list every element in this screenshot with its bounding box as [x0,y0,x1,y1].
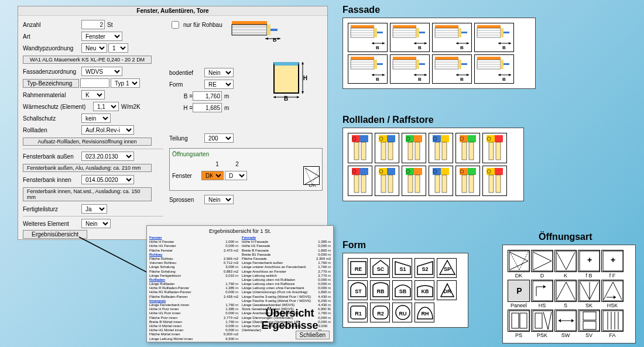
result-row: Breite B Fassade1,865 m [242,249,331,253]
fassade-thumb[interactable]: B [474,23,514,52]
oeff-thumb-psk[interactable] [531,310,553,332]
form-thumb-sb[interactable]: SB [392,280,412,300]
form-thumb-ru[interactable]: RU [392,303,412,322]
oeff-thumb-ff[interactable]: + [601,250,624,272]
svg-rect-143 [354,175,359,193]
form-shape-select[interactable]: RE [204,80,234,89]
rollladen-thumb[interactable] [375,166,399,196]
anzahl-label: Anzahl [23,22,81,28]
form-thumb-s1[interactable]: S1 [392,258,412,278]
close-button[interactable]: Schließen [296,331,330,339]
dk-select-2[interactable]: D [225,171,247,180]
oeff-thumb-sv[interactable] [578,310,600,332]
fassade-thumb[interactable]: B [348,23,388,52]
result-row: Fläche Fassade2,399 m2 [242,257,331,261]
fb-innen-select[interactable]: 014.05.0020 [81,175,134,184]
form-thumb-r2[interactable]: R2 [370,303,390,322]
rollladen-thumb[interactable] [429,166,453,196]
rollladen-thumb[interactable] [455,166,480,196]
rollladen-thumb[interactable] [348,166,372,196]
warme-select[interactable]: 1,1 [93,102,119,111]
typ-select[interactable]: Typ 1 [111,78,140,88]
form-thumb-s2[interactable]: S2 [415,258,434,278]
oeff-thumb-label: f B [578,273,600,279]
fertig-select[interactable]: Ja [81,204,107,214]
rollladen-thumb[interactable] [482,133,507,163]
svg-text:SB: SB [399,288,407,294]
fassade-thumb[interactable]: B [390,54,430,84]
weiteres-select[interactable]: Nein [81,219,111,228]
form-thumb-sp[interactable]: SP [437,258,457,278]
svg-rect-95 [461,63,467,65]
form-thumb-rb[interactable]: RB [370,280,390,300]
form-thumb-kb[interactable]: KB [415,280,434,300]
typ-text-input[interactable] [80,78,109,88]
wandtyp-select2[interactable]: 1 [108,43,128,53]
form-thumb-rh[interactable]: RH [415,303,434,322]
svg-rect-169 [496,175,501,193]
oeff-thumb-sw[interactable] [554,310,577,332]
form-thumb-st[interactable]: ST [348,280,368,300]
oeff-thumb-hsk[interactable] [601,280,624,302]
svg-line-196 [510,252,528,261]
svg-text:+: + [587,255,592,264]
typ-bezeichnung-button[interactable]: Typ-Bezeichnung [23,79,79,88]
bodentief-select[interactable]: Nein [204,68,234,77]
fb-innen-desc-button[interactable]: Fensterbank innen, Nat.wst., Ausladung: … [23,187,152,201]
wandtyp-desc-button[interactable]: WA1 ALG Mauerwerk KS XL-PE 0,240 - 20 2 … [23,56,152,64]
rollladen-select[interactable]: Auf.Rol.Rev-i [81,125,134,135]
rollladen-thumb[interactable] [455,133,480,163]
form-thumb-re[interactable]: RE [348,258,368,278]
svg-marker-9 [265,37,268,40]
result-row: Höhe H Putz innen1,385 m [149,307,238,311]
oeff-thumb-fb[interactable]: + [578,250,600,272]
fassade-thumb[interactable]: B [432,23,472,52]
fassade-thumb[interactable]: B [390,23,430,52]
rahmen-select[interactable]: K [81,90,105,99]
fassade-thumb[interactable]: B [432,54,472,84]
fassade-thumb[interactable]: B [348,54,388,84]
anzahl-input[interactable] [81,20,105,29]
teilung-select[interactable]: 200 [204,133,234,143]
rollladen-thumb[interactable] [402,166,426,196]
oeff-thumb-paneel[interactable]: P [508,280,530,302]
result-row: Länge Rollladen1,760 m [149,282,238,286]
rollladen-thumb[interactable] [402,133,426,163]
art-select[interactable]: Fenster [81,32,122,41]
fb-aussen-desc-button[interactable]: Fensterbank außen, Alu, Ausladung: ca. 2… [23,164,152,172]
heading-rollladen: Rollladen / Raffstore [342,115,434,125]
schall-select[interactable]: kein [81,114,111,123]
rollladen-thumb[interactable] [375,133,399,163]
form-thumb-r1[interactable]: R1 [348,303,368,322]
fassade-select[interactable]: WDVS [81,67,122,76]
ergebnis-button[interactable]: Ergebnisübersicht [23,230,87,239]
result-row: Breite B Mörtel innen1,760 m [149,320,238,324]
fb-innen-label: Fensterbank innen [23,177,81,183]
nur-rohbau-checkbox[interactable]: nur für Rohbau [169,19,222,30]
svg-text:SC: SC [377,266,385,272]
oeff-thumb-ps[interactable] [508,310,530,332]
oeff-thumb-k[interactable] [554,250,577,272]
h-input[interactable] [193,103,222,112]
form-thumb-sc[interactable]: SC [370,258,390,278]
fassade-thumb[interactable]: B [474,54,514,84]
fb-aussen-select[interactable]: 023.20.0130 [81,152,134,161]
result-row: Länge Anschluss an Fenster2,770 m [242,270,331,274]
form-thumb-dr[interactable]: DR [437,280,457,300]
oeff-thumb-sk[interactable] [578,280,600,302]
oeff-thumb-dk[interactable] [508,250,530,272]
dk-select-1[interactable]: DK [201,171,224,180]
sprossen-select[interactable]: Nein [204,195,234,204]
oeff-thumb-hs[interactable] [531,280,553,302]
oeff-thumb-d[interactable] [531,250,553,272]
oeff-thumb-fa[interactable] [601,310,624,332]
oeff-thumb-s[interactable] [554,280,577,302]
result-row: Fläche Fenster2,470 m2 [149,249,238,253]
rollladen-thumb[interactable] [429,133,453,163]
b-input[interactable] [193,91,222,101]
svg-rect-153 [408,175,413,193]
wandtyp-select1[interactable]: Neu [81,43,107,53]
rollladen-desc-button[interactable]: Aufsatz-Rollladen, Revisionsöffnung inne… [23,138,152,146]
rollladen-thumb[interactable] [482,166,507,196]
rollladen-thumb[interactable] [348,133,372,163]
